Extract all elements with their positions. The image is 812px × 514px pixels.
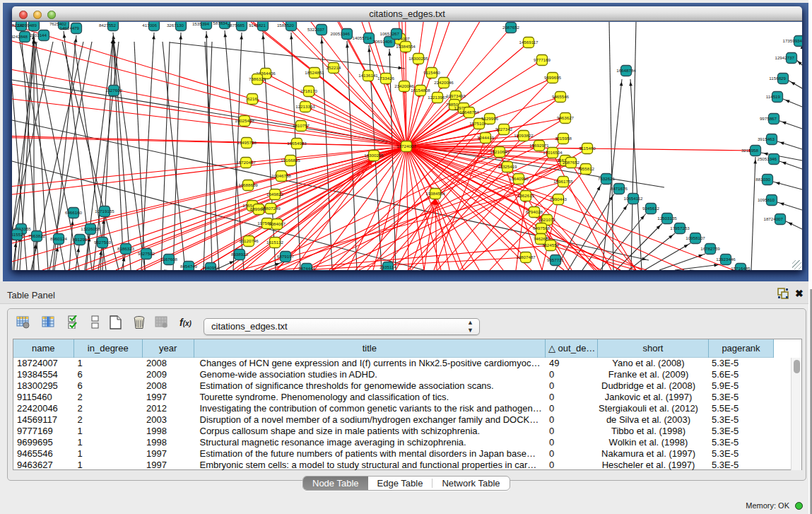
svg-text:1640954: 1640954 (202, 265, 220, 270)
svg-text:1615132: 1615132 (266, 240, 284, 245)
svg-text:19166825: 19166825 (281, 158, 300, 163)
svg-text:6794028: 6794028 (526, 209, 543, 214)
svg-text:9242848: 9242848 (12, 34, 28, 39)
svg-text:1527602: 1527602 (105, 88, 123, 93)
svg-text:5322037: 5322037 (307, 27, 325, 32)
svg-text:9115460: 9115460 (579, 146, 596, 151)
svg-text:9327503: 9327503 (94, 240, 112, 245)
svg-text:19384554: 19384554 (425, 191, 445, 196)
svg-text:16154808: 16154808 (411, 88, 430, 93)
svg-text:10807487: 10807487 (516, 255, 536, 259)
svg-text:8186323: 8186323 (117, 246, 135, 251)
svg-text:9465546: 9465546 (552, 94, 570, 99)
svg-text:12213967: 12213967 (428, 95, 447, 100)
svg-text:1095810: 1095810 (758, 197, 775, 202)
svg-text:17016504: 17016504 (543, 150, 563, 155)
svg-text:14099489: 14099489 (17, 23, 37, 28)
svg-text:10719155: 10719155 (95, 209, 114, 214)
svg-text:10025438: 10025438 (235, 118, 254, 123)
svg-text:6216: 6216 (247, 96, 257, 101)
svg-text:10958107: 10958107 (686, 235, 705, 240)
svg-text:10046788: 10046788 (271, 173, 291, 178)
svg-text:6466160: 6466160 (65, 210, 83, 215)
svg-text:15692971: 15692971 (529, 143, 549, 148)
svg-text:14914479: 14914479 (59, 25, 79, 30)
svg-text:16782759: 16782759 (700, 246, 720, 251)
svg-text:7663822: 7663822 (28, 233, 46, 238)
svg-text:9463627: 9463627 (557, 115, 575, 120)
svg-text:9975867: 9975867 (760, 116, 777, 121)
svg-text:6879197: 6879197 (277, 254, 295, 259)
svg-text:12213363: 12213363 (295, 104, 315, 109)
svg-text:13226058: 13226058 (81, 226, 100, 231)
svg-text:15716485: 15716485 (731, 266, 751, 270)
svg-text:18724007: 18724007 (396, 144, 416, 148)
svg-text:9146821: 9146821 (249, 23, 266, 28)
svg-text:8960124: 8960124 (50, 236, 68, 241)
svg-text:417006: 417006 (142, 23, 157, 28)
svg-text:1810757: 1810757 (293, 123, 310, 128)
svg-text:8990443: 8990443 (550, 197, 567, 201)
svg-text:7632621: 7632621 (598, 176, 616, 181)
svg-text:10653267: 10653267 (379, 31, 399, 36)
svg-text:891295: 891295 (73, 237, 88, 242)
svg-text:20691406: 20691406 (372, 39, 392, 44)
svg-text:13640910: 13640910 (509, 176, 529, 181)
svg-text:9115460: 9115460 (423, 70, 440, 75)
svg-text:15720407: 15720407 (236, 160, 256, 165)
svg-text:6497568: 6497568 (533, 226, 551, 230)
svg-text:1621072: 1621072 (539, 217, 556, 222)
svg-text:18300295: 18300295 (408, 56, 428, 61)
svg-text:2087652: 2087652 (502, 25, 520, 30)
svg-text:9657731: 9657731 (547, 257, 565, 262)
svg-text:9777169: 9777169 (534, 57, 551, 62)
svg-text:12923446: 12923446 (716, 257, 736, 262)
svg-text:17359934: 17359934 (782, 38, 802, 43)
svg-text:10654112: 10654112 (623, 196, 643, 201)
svg-text:13495798: 13495798 (237, 140, 257, 145)
svg-text:9327502: 9327502 (138, 251, 155, 256)
svg-text:12503135: 12503135 (657, 216, 677, 221)
svg-text:9227342: 9227342 (495, 127, 513, 132)
svg-text:16120746: 16120746 (239, 238, 259, 243)
svg-text:14055714: 14055714 (352, 35, 372, 40)
svg-text:14136141: 14136141 (358, 73, 378, 78)
svg-text:10688609: 10688609 (238, 182, 258, 187)
svg-text:16210643: 16210643 (490, 149, 510, 154)
svg-text:114519: 114519 (766, 94, 781, 99)
svg-text:16648784: 16648784 (459, 110, 479, 115)
svg-text:18807249: 18807249 (261, 206, 281, 211)
svg-text:9129996: 9129996 (481, 116, 499, 121)
svg-text:2935114: 2935114 (379, 264, 396, 269)
svg-text:2087652: 2087652 (563, 160, 580, 165)
svg-text:5875685: 5875685 (228, 23, 245, 28)
svg-text:16648784: 16648784 (616, 68, 636, 73)
svg-text:8938923: 8938923 (231, 252, 249, 257)
svg-text:587834: 587834 (213, 22, 228, 25)
svg-text:18724007: 18724007 (763, 216, 783, 221)
svg-text:9245612: 9245612 (642, 206, 660, 211)
svg-text:1362615: 1362615 (517, 193, 535, 198)
svg-text:12093822: 12093822 (514, 133, 534, 138)
svg-text:19654983: 19654983 (287, 141, 307, 146)
svg-text:2718170: 2718170 (300, 88, 318, 93)
svg-text:7955812: 7955812 (577, 166, 595, 171)
svg-text:3267130: 3267130 (167, 23, 184, 28)
svg-text:11325419: 11325419 (498, 164, 517, 169)
svg-text:3215958: 3215958 (741, 148, 759, 153)
svg-text:8471676: 8471676 (611, 186, 628, 191)
svg-text:1733426: 1733426 (377, 76, 395, 81)
svg-text:3215958: 3215958 (555, 136, 572, 141)
svg-text:3624554: 3624554 (542, 243, 560, 247)
svg-text:1156829: 1156829 (769, 76, 786, 81)
svg-text:23420046: 23420046 (394, 83, 414, 88)
svg-text:12942737: 12942737 (775, 55, 794, 60)
svg-text:10973493: 10973493 (446, 93, 466, 98)
svg-text:7515521: 7515521 (12, 232, 26, 237)
svg-text:25053346: 25053346 (757, 156, 777, 161)
svg-text:881030: 881030 (755, 177, 770, 182)
svg-text:1588520: 1588520 (277, 23, 295, 28)
svg-text:8454749: 8454749 (180, 264, 198, 269)
svg-text:9084067: 9084067 (269, 221, 286, 226)
svg-text:9474444: 9474444 (298, 266, 316, 270)
